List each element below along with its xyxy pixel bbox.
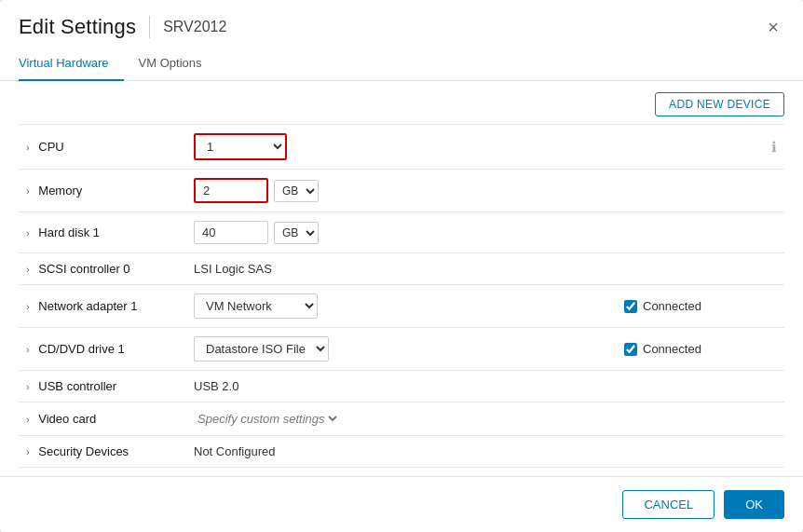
content-area: ADD NEW DEVICE › CPU 1 2 4 [0,81,803,476]
hard-disk-input[interactable] [194,221,268,244]
usb-label: › USB controller [19,371,186,402]
scsi-expand-icon[interactable]: › [26,264,30,275]
scsi-value: LSI Logic SAS [186,253,617,285]
network-connected-cell: Connected [617,285,784,328]
dialog-title: Edit Settings [19,15,136,39]
cpu-control: 1 2 4 8 [186,125,617,170]
scsi-label: › SCSI controller 0 [19,253,186,285]
usb-value: USB 2.0 [186,371,617,402]
video-card-expand-icon[interactable]: › [26,414,30,425]
network-control-row: VM Network Internal Network [194,293,609,319]
cddvd-connected-area: Connected [624,342,777,356]
settings-table-wrapper: › CPU 1 2 4 8 [19,124,784,476]
cddvd-connected-cell: Connected [617,328,784,371]
toolbar: ADD NEW DEVICE [19,92,784,116]
usb-expand-icon[interactable]: › [26,381,30,392]
dialog-header: Edit Settings SRV2012 × [0,0,803,39]
close-button[interactable]: × [762,16,784,38]
settings-table: › CPU 1 2 4 8 [19,124,784,468]
hard-disk-label: › Hard disk 1 [19,212,186,253]
video-card-label: › Video card [19,402,186,436]
video-card-control: Specify custom settings [186,402,617,436]
add-new-device-button[interactable]: ADD NEW DEVICE [655,92,784,116]
network-connected-checkbox[interactable] [624,300,637,313]
network-expand-icon[interactable]: › [26,301,30,312]
table-row: › Network adapter 1 VM Network Internal … [19,285,784,328]
table-row: › Hard disk 1 MB GB [19,212,784,253]
ok-button[interactable]: OK [724,490,784,519]
table-row: › SCSI controller 0 LSI Logic SAS [19,253,784,285]
cddvd-control: Datastore ISO File Client Device Host De… [186,328,617,371]
edit-settings-dialog: Edit Settings SRV2012 × Virtual Hardware… [0,0,803,532]
cddvd-select[interactable]: Datastore ISO File Client Device Host De… [194,336,329,361]
memory-label: › Memory [19,170,186,212]
network-connected-area: Connected [624,299,777,313]
table-row: › CD/DVD drive 1 Datastore ISO File Clie… [19,328,784,371]
table-row: › USB controller USB 2.0 [19,371,784,402]
scsi-empty-cell [617,253,784,285]
network-control: VM Network Internal Network [186,285,617,328]
video-card-empty-cell [617,402,784,436]
hard-disk-unit-select[interactable]: MB GB [274,222,319,244]
security-value: Not Configured [186,436,617,468]
cpu-info-cell: ℹ [617,125,784,170]
cpu-control-row: 1 2 4 8 [194,133,609,160]
table-row: › Security Devices Not Configured [19,436,784,468]
hard-disk-empty-cell [617,212,784,253]
network-adapter-select[interactable]: VM Network Internal Network [194,293,318,319]
security-empty-cell [617,436,784,468]
memory-control: MB GB [186,170,617,212]
cddvd-label: › CD/DVD drive 1 [19,328,186,371]
table-row: › Video card Specify custom settings [19,402,784,436]
hard-disk-expand-icon[interactable]: › [26,227,30,239]
memory-input[interactable] [194,178,268,203]
security-expand-icon[interactable]: › [26,446,30,457]
title-divider [149,16,150,38]
hard-disk-control: MB GB [186,212,617,253]
dialog-subtitle: SRV2012 [163,19,226,35]
memory-control-row: MB GB [194,178,609,203]
cddvd-expand-icon[interactable]: › [26,344,30,355]
cpu-label: › CPU [19,125,186,170]
tab-virtual-hardware[interactable]: Virtual Hardware [19,47,124,81]
table-row: › CPU 1 2 4 8 [19,125,784,170]
usb-empty-cell [617,371,784,402]
tab-bar: Virtual Hardware VM Options [0,47,803,81]
cpu-select[interactable]: 1 2 4 8 [194,133,287,160]
cancel-button[interactable]: CANCEL [622,490,715,519]
cddvd-connected-checkbox[interactable] [624,343,637,356]
memory-unit-select[interactable]: MB GB [274,180,319,202]
security-label: › Security Devices [19,436,186,468]
video-card-select[interactable]: Specify custom settings [194,411,340,427]
info-icon: ℹ [771,139,777,155]
hard-disk-control-row: MB GB [194,221,609,244]
tab-vm-options[interactable]: VM Options [135,47,217,81]
dialog-footer: CANCEL OK [0,476,803,532]
network-label: › Network adapter 1 [19,285,186,328]
memory-expand-icon[interactable]: › [26,185,30,197]
table-row: › Memory MB GB [19,170,784,212]
cpu-expand-icon[interactable]: › [26,142,30,153]
memory-empty-cell [617,170,784,212]
